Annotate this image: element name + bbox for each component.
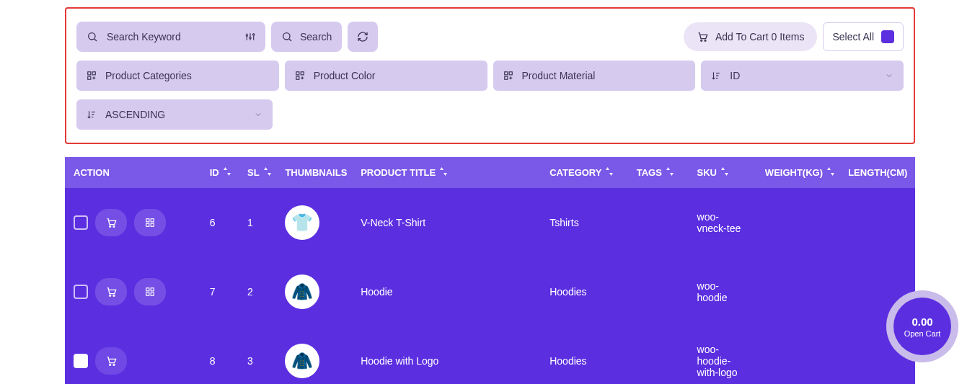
col-sku[interactable]: SKU	[689, 157, 756, 188]
row-cart-button[interactable]	[95, 209, 127, 236]
table-row: 83🧥Hoodie with LogoHoodieswoo-hoodie-wit…	[65, 326, 915, 384]
svg-marker-35	[224, 167, 227, 170]
cell-sl: 1	[239, 188, 276, 257]
sort-arrows-icon	[721, 167, 728, 176]
hoodie-logo-thumbnail: 🧥	[285, 344, 319, 378]
cell-category: Hoodies	[541, 326, 628, 384]
sort-arrows-icon	[666, 167, 674, 176]
row-cart-button[interactable]	[95, 347, 127, 375]
cell-title: Hoodie	[352, 257, 541, 326]
svg-marker-42	[609, 173, 613, 176]
svg-rect-24	[504, 76, 507, 79]
sliders-icon[interactable]	[245, 32, 255, 42]
filter-color-label: Product Color	[314, 70, 376, 81]
refresh-button[interactable]	[348, 22, 378, 52]
filter-product-categories[interactable]: Product Categories	[76, 61, 279, 91]
cell-id: 7	[201, 257, 239, 326]
cell-sku: woo-hoodie	[689, 257, 756, 326]
chevron-down-icon	[885, 71, 893, 80]
chevron-down-icon	[254, 110, 262, 119]
cell-sl: 2	[239, 257, 276, 326]
sort-direction-select[interactable]: ASCENDING	[76, 99, 273, 130]
filter-material-label: Product Material	[522, 70, 596, 81]
col-id[interactable]: ID	[201, 157, 239, 188]
sort-arrows-icon	[264, 167, 271, 176]
sort-arrows-icon	[440, 167, 447, 176]
svg-marker-46	[725, 173, 728, 176]
svg-rect-51	[146, 219, 149, 222]
svg-rect-54	[151, 223, 154, 226]
svg-marker-45	[721, 167, 725, 170]
filter-product-material[interactable]: Product Material	[493, 61, 696, 91]
search-icon	[87, 31, 98, 43]
cart-icon	[697, 31, 708, 43]
tshirt-thumbnail: 👕	[285, 205, 319, 240]
open-cart-fab[interactable]: 0.00 Open Cart	[886, 290, 958, 362]
cart-fab-label: Open Cart	[904, 329, 941, 338]
svg-line-1	[94, 39, 97, 41]
row-grid-button[interactable]	[134, 209, 166, 236]
select-all-checkbox[interactable]	[881, 30, 894, 43]
filter-product-color[interactable]: Product Color	[285, 61, 487, 91]
svg-rect-57	[146, 288, 149, 291]
product-table: ACTION ID SL THUMBNAILS PRODUCT TITLE CA…	[65, 157, 915, 384]
search-input[interactable]	[107, 31, 237, 43]
svg-point-50	[113, 226, 115, 227]
col-tags[interactable]: TAGS	[628, 157, 689, 188]
svg-marker-44	[670, 173, 674, 176]
sort-icon	[711, 71, 721, 81]
cell-title: Hoodie with Logo	[352, 326, 541, 384]
product-table-wrap: ACTION ID SL THUMBNAILS PRODUCT TITLE CA…	[65, 157, 915, 384]
cell-tags	[628, 188, 689, 257]
filter-categories-label: Product Categories	[105, 70, 192, 81]
svg-marker-37	[264, 167, 268, 170]
cell-weight	[756, 257, 839, 326]
cell-tags	[628, 326, 689, 384]
sort-by-select[interactable]: ID	[701, 61, 904, 91]
row-cart-button[interactable]	[95, 278, 127, 305]
filter-panel: Search Add To Cart 0 Items Select All	[65, 7, 915, 144]
select-all-label: Select All	[832, 31, 874, 43]
col-weight[interactable]: WEIGHT(KG)	[756, 157, 839, 188]
svg-point-49	[110, 226, 111, 227]
col-title[interactable]: PRODUCT TITLE	[352, 157, 541, 188]
svg-point-6	[250, 37, 251, 39]
sort-arrows-icon	[827, 167, 834, 176]
row-checkbox[interactable]	[74, 354, 88, 368]
add-to-cart-label: Add To Cart 0 Items	[715, 31, 804, 43]
svg-line-9	[289, 39, 291, 41]
cart-amount: 0.00	[911, 316, 932, 328]
svg-point-10	[701, 40, 702, 41]
search-input-wrap[interactable]	[76, 22, 265, 52]
select-all-toggle[interactable]: Select All	[823, 22, 904, 51]
sort-arrows-icon	[606, 167, 613, 176]
svg-marker-43	[666, 167, 670, 170]
row-checkbox[interactable]	[74, 285, 88, 299]
svg-point-0	[89, 33, 95, 40]
cell-length	[839, 188, 915, 257]
sort-by-label: ID	[730, 70, 740, 81]
svg-point-55	[110, 295, 111, 296]
cart-icon	[105, 286, 117, 298]
add-to-cart-button[interactable]: Add To Cart 0 Items	[684, 22, 817, 51]
cell-category: Tshirts	[541, 188, 628, 257]
grid-add-icon	[503, 71, 513, 81]
svg-rect-52	[151, 219, 154, 222]
sort-direction-label: ASCENDING	[105, 109, 165, 120]
svg-rect-19	[296, 76, 299, 79]
svg-point-7	[253, 34, 255, 35]
col-category[interactable]: CATEGORY	[541, 157, 628, 188]
search-icon	[281, 31, 293, 43]
col-sl[interactable]: SL	[239, 157, 276, 188]
search-button[interactable]: Search	[271, 22, 342, 52]
svg-rect-12	[88, 72, 91, 75]
col-length[interactable]: LENGTH(CM)	[839, 157, 915, 188]
row-grid-button[interactable]	[134, 278, 166, 305]
svg-rect-58	[151, 288, 154, 291]
svg-rect-53	[146, 223, 149, 226]
svg-rect-23	[509, 72, 512, 75]
cell-sl: 3	[239, 326, 276, 384]
svg-point-5	[246, 35, 247, 36]
svg-rect-60	[151, 293, 154, 295]
row-checkbox[interactable]	[74, 215, 88, 230]
